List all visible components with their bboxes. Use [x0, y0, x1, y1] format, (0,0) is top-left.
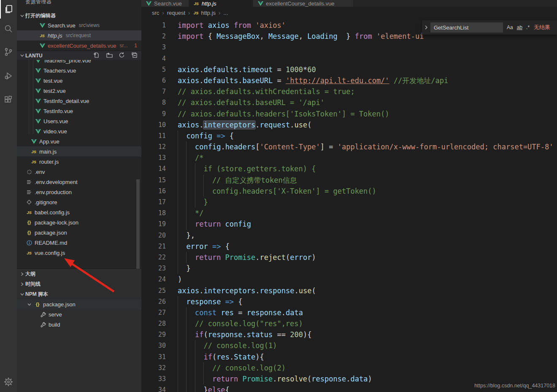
line-number: 24	[141, 274, 166, 285]
new-file-button[interactable]	[93, 51, 100, 59]
section-大纲[interactable]: 大纲	[17, 269, 141, 279]
file-name: babel.config.js	[35, 209, 70, 216]
find-input[interactable]: GetSearchList	[430, 22, 503, 32]
tab-Search.vue[interactable]: Search.vue	[141, 0, 189, 7]
sidebar-scrollbar[interactable]	[136, 179, 140, 269]
file-path: sr...	[120, 43, 128, 49]
code-line-24: 24)	[141, 274, 557, 285]
line-number: 14	[141, 163, 166, 174]
tree-item-.gitignore[interactable]: .gitignore	[17, 197, 141, 207]
refresh-button[interactable]	[118, 51, 125, 59]
line-number: 26	[141, 296, 166, 307]
code-line-23: 23 }	[141, 263, 557, 274]
file-name: App.vue	[39, 138, 59, 145]
tree-item-.env[interactable]: .env	[17, 167, 141, 177]
file-name: test.vue	[43, 78, 63, 84]
tree-item-package-lock.json[interactable]: {}package-lock.json	[17, 217, 141, 227]
new-folder-button[interactable]	[105, 51, 113, 59]
regex-toggle[interactable]: .*	[526, 24, 530, 30]
line-number: 22	[141, 252, 166, 263]
open-editor-http.js[interactable]: JShttp.jssrc\request	[17, 30, 141, 41]
activity-settings[interactable]	[0, 373, 17, 391]
tree-item-test.vue[interactable]: test.vue	[17, 76, 141, 86]
code-line-28: 28 // console.log("res",res)	[141, 318, 557, 329]
line-number: 8	[141, 97, 166, 108]
tab-excellentCourse_details.vue[interactable]: excellentCourse_details.vue	[253, 0, 354, 7]
tree-item-Teachers.vue[interactable]: Teachers.vue	[17, 65, 141, 76]
breadcrumb-item-request[interactable]: request	[167, 10, 185, 16]
js-icon: JS	[40, 33, 45, 38]
close-icon[interactable]	[27, 32, 34, 39]
tab-http.js[interactable]: JShttp.js	[189, 0, 253, 7]
code-line-11: 11 config => {	[141, 130, 557, 141]
activity-run-debug[interactable]	[0, 67, 17, 85]
code-line-12: 12 config.headers['Content-Type'] = 'app…	[141, 141, 557, 152]
match-case-toggle[interactable]: Aa	[507, 24, 513, 30]
open-editors-header[interactable]: 打开的编辑器	[17, 11, 141, 20]
collapse-all-button[interactable]	[131, 51, 138, 59]
tree-item-Users.vue[interactable]: Users.vue	[17, 116, 141, 126]
js-icon: JS	[27, 251, 32, 255]
problems-badge: 1	[134, 43, 137, 49]
code-line-21: 21 error => {	[141, 241, 557, 252]
tree-item-package.json[interactable]: {}package.json	[17, 227, 141, 238]
activity-search[interactable]	[0, 19, 17, 38]
tree-item-router.js[interactable]: JSrouter.js	[17, 157, 141, 167]
breadcrumb-item-http.js[interactable]: JShttp.js	[193, 10, 216, 16]
line-number: 5	[141, 64, 166, 75]
vue-icon	[35, 129, 41, 134]
line-number: 9	[141, 108, 166, 119]
file-tree: Teachers_price.vueTeachers.vuetest.vuete…	[17, 60, 141, 268]
section-时间线[interactable]: 时间线	[17, 279, 141, 289]
toggle-replace-chevron-icon[interactable]	[422, 25, 430, 30]
whole-word-toggle[interactable]: ab	[517, 24, 522, 30]
tree-item-babel.config.js[interactable]: JSbabel.config.js	[17, 207, 141, 217]
tree-item-Teachers_price.vue[interactable]: Teachers_price.vue	[17, 60, 141, 65]
code-editor[interactable]: 1import axios from 'axios'2import { Mess…	[141, 19, 557, 392]
code-line-31: 31 if(res.State){	[141, 351, 557, 362]
close-icon[interactable]	[225, 1, 229, 5]
npm-script-build[interactable]: build	[17, 319, 141, 330]
watermark-url: https://blog.csdn.net/qq_44317018	[474, 383, 555, 389]
wrench-icon	[41, 322, 46, 327]
vue-icon	[35, 99, 41, 103]
tree-item-vue.config.js[interactable]: JSvue.config.js	[17, 248, 141, 258]
file-name: vue.config.js	[35, 250, 65, 256]
tree-item-README.md[interactable]: README.md	[17, 238, 141, 248]
breadcrumb-item-...[interactable]: ...	[223, 10, 228, 16]
new-folder-icon	[106, 52, 113, 58]
find-widget: GetSearchList Aa ab .* 无结果	[422, 20, 557, 35]
file-name: README.md	[35, 240, 67, 246]
find-results-count: 无结果	[534, 24, 550, 31]
line-number: 19	[141, 219, 166, 230]
line-number: 4	[141, 53, 166, 64]
section-NPM 脚本[interactable]: NPM 脚本	[17, 289, 141, 299]
npm-script-serve[interactable]: serve	[17, 309, 141, 319]
tree-item-.env.development[interactable]: .env.development	[17, 177, 141, 187]
js-icon: JS	[194, 1, 199, 6]
breadcrumb[interactable]: src›request›JShttp.js›...	[141, 7, 557, 19]
breadcrumb-item-src[interactable]: src	[152, 10, 159, 16]
js-icon: JS	[31, 160, 36, 164]
activity-source-control[interactable]	[0, 43, 17, 61]
refresh-icon	[119, 52, 125, 58]
tree-item-test2.vue[interactable]: test2.vue	[17, 86, 141, 96]
tree-item-video.vue[interactable]: video.vue	[17, 126, 141, 136]
npm-package-json[interactable]: {}package.json	[17, 299, 141, 309]
tree-item-App.vue[interactable]: App.vue	[17, 136, 141, 146]
tree-item-TestInfo_detail.vue[interactable]: TestInfo_detail.vue	[17, 96, 141, 106]
code-line-13: 13 /*	[141, 152, 557, 163]
file-path: src\request	[66, 32, 91, 38]
activity-explorer[interactable]	[0, 0, 17, 19]
tree-item-main.js[interactable]: JSmain.js	[17, 146, 141, 157]
code-line-22: 22 return Promise.reject(error)	[141, 252, 557, 263]
tree-item-.env.production[interactable]: .env.production	[17, 187, 141, 197]
chevron-right-icon	[19, 272, 25, 276]
tree-item-TestInfo.vue[interactable]: TestInfo.vue	[17, 106, 141, 116]
file-path: src\views	[79, 22, 100, 28]
open-editor-Search.vue[interactable]: Search.vuesrc\views	[17, 20, 141, 30]
open-editor-excellentCourse_details.vue[interactable]: excellentCourse_details.vuesr...1	[17, 41, 141, 51]
activity-extensions[interactable]	[0, 91, 17, 109]
vue-icon	[35, 119, 41, 124]
file-name: package.json	[35, 230, 67, 236]
